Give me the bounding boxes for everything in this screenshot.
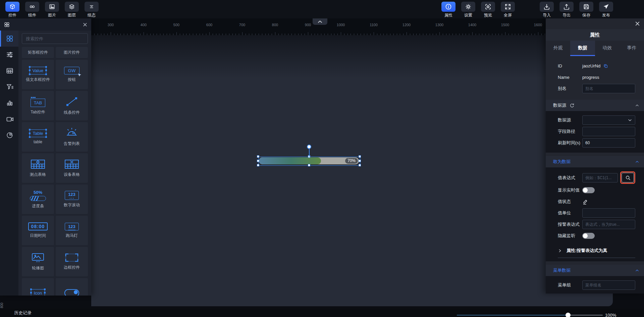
refresh-icon[interactable] (570, 103, 575, 108)
value-unit-input[interactable] (582, 208, 635, 218)
menu-group-input[interactable] (582, 280, 635, 290)
datasource-select[interactable] (582, 115, 635, 125)
palette-item-point-table[interactable]: 测点表格 (22, 153, 54, 183)
edit-pencil-icon[interactable] (582, 199, 588, 205)
clock-icon: 08:00 (28, 222, 48, 230)
palette-item-progress-bar[interactable]: 50% 进度条 (22, 184, 54, 214)
resize-handle-bottom-center[interactable] (308, 164, 310, 166)
resize-handle-bottom-right[interactable] (359, 164, 361, 166)
category-controls[interactable] (0, 47, 18, 63)
expression-search-button[interactable] (622, 173, 634, 182)
border-icon (65, 253, 79, 262)
toolbar-import-button[interactable]: 导入 (538, 2, 555, 18)
resize-handle-mid-left[interactable] (257, 160, 259, 162)
tab-appearance[interactable]: 外观 (546, 41, 570, 56)
toolbar-widgets-button[interactable]: 控件 (4, 2, 21, 18)
palette-item-value-textbox[interactable]: Value 值文本框控件 (22, 60, 54, 89)
grid-icon (6, 35, 13, 42)
design-artboard[interactable]: 70% (91, 35, 613, 306)
alarm-expression-input[interactable] (582, 220, 635, 229)
close-icon[interactable] (635, 21, 640, 26)
resize-handle-top-right[interactable] (359, 155, 361, 158)
category-pie[interactable] (0, 127, 18, 143)
value-expression-row: 值表达式 (558, 171, 635, 184)
toolbar-save-button[interactable]: 保存 (578, 2, 595, 18)
funnel-icon (6, 83, 13, 91)
palette-item-line[interactable]: 线条控件 (56, 91, 88, 120)
palette-item-rectangle[interactable]: 矩形框控件 (22, 47, 54, 58)
toolbar-components-button[interactable]: 组件 (24, 2, 41, 18)
toolbar-layers-button[interactable]: 图层 (63, 2, 80, 18)
palette-item-marquee[interactable]: 123 跑马灯 (56, 216, 88, 245)
menu-section-header[interactable]: 菜单数据 (546, 265, 644, 276)
canvas-collapse-tab[interactable] (313, 18, 327, 25)
palette-item-device-table[interactable]: 设备表格 (56, 153, 88, 183)
tab-data[interactable]: 数据 (570, 41, 595, 56)
selected-progress-widget[interactable]: 70% (258, 157, 360, 165)
search-input[interactable] (25, 36, 86, 42)
alarm-true-collapse-row[interactable]: 属性:报警表达式为真 (558, 244, 635, 258)
rotation-handle[interactable] (307, 145, 311, 149)
palette-item-toggle[interactable] (56, 278, 88, 296)
toolbar-configuration-button[interactable]: 组态 (83, 2, 100, 18)
field-path-input[interactable] (582, 127, 635, 136)
category-tables[interactable] (0, 63, 18, 79)
show-realtime-toggle[interactable] (582, 187, 595, 193)
alias-input[interactable] (582, 84, 635, 93)
toolbar-publish-button[interactable]: 发布 (598, 2, 614, 18)
show-realtime-row: 显示实时值 (558, 185, 635, 195)
progress-widget-icon: 50% (30, 190, 46, 201)
zoom-slider-knob[interactable] (566, 313, 571, 317)
history-button[interactable]: 历史记录 (14, 310, 32, 316)
palette-item-number-scroll[interactable]: 123 数字滚动 (56, 184, 88, 214)
palette-item-border[interactable]: 边框控件 (56, 247, 88, 276)
palette-item-datetime[interactable]: 08:00 日期时间 (22, 216, 54, 245)
datasource-section-body: 数据源 字段路径 刷新时间(s) (546, 111, 644, 153)
category-filters[interactable] (0, 79, 18, 95)
zoom-slider-track[interactable] (457, 315, 603, 316)
toolbar-right-group: 属性 设置 预览 全屏 导入 导出 (440, 2, 614, 18)
panel-title: 属性 (546, 29, 644, 41)
palette-item-carousel[interactable]: 轮播图 (22, 247, 54, 276)
toolbar-properties-button[interactable]: 属性 (440, 2, 457, 18)
tab-events[interactable]: 事件 (620, 41, 644, 56)
toolbar-images-button[interactable]: 图片 (44, 2, 60, 18)
toggle-switch-icon (64, 289, 79, 296)
datasource-section-header[interactable]: 数据源 (546, 100, 644, 111)
video-camera-icon (6, 115, 13, 123)
close-icon[interactable] (83, 22, 87, 27)
toolbar-preview-button[interactable]: 预览 (480, 2, 496, 18)
data-section-header[interactable]: 敢为数据 (546, 156, 644, 167)
table-box-icon: Table (30, 129, 46, 137)
refresh-time-input[interactable] (582, 138, 635, 148)
highlight-annotation (620, 171, 635, 184)
category-widgets[interactable] (0, 31, 18, 47)
tab-animation[interactable]: 动效 (595, 41, 620, 56)
resize-handle-mid-right[interactable] (359, 160, 361, 162)
palette-item-alarm-list[interactable]: 告警列表 (56, 122, 88, 152)
digits-icon: 123 (65, 191, 79, 200)
copy-icon[interactable] (603, 63, 608, 68)
resize-handle-bottom-left[interactable] (257, 164, 259, 166)
chevron-up-icon (635, 103, 639, 108)
toolbar-export-button[interactable]: 导出 (558, 2, 575, 18)
widget-search[interactable] (22, 33, 88, 44)
layers-icon (65, 2, 79, 12)
category-charts[interactable] (0, 95, 18, 111)
info-icon (441, 2, 455, 12)
hide-listen-toggle[interactable] (582, 233, 595, 239)
line-widget-icon (65, 96, 78, 107)
palette-item-image[interactable]: 图片控件 (56, 47, 88, 58)
resize-handle-top-left[interactable] (257, 155, 259, 158)
palette-item-tab[interactable]: TAB Tab控件 (22, 91, 54, 120)
palette-item-icon[interactable]: Icon (22, 278, 54, 296)
palette-item-button[interactable]: GW 按钮 (56, 60, 88, 89)
palette-item-table[interactable]: Table table (22, 122, 54, 152)
zoom-value: 100% (605, 313, 616, 317)
toolbar-settings-button[interactable]: 设置 (460, 2, 477, 18)
fullscreen-icon (501, 2, 515, 12)
value-expression-input[interactable] (582, 173, 618, 182)
category-video[interactable] (0, 111, 18, 127)
toolbar-fullscreen-button[interactable]: 全屏 (499, 2, 516, 18)
carousel-icon (31, 252, 45, 263)
